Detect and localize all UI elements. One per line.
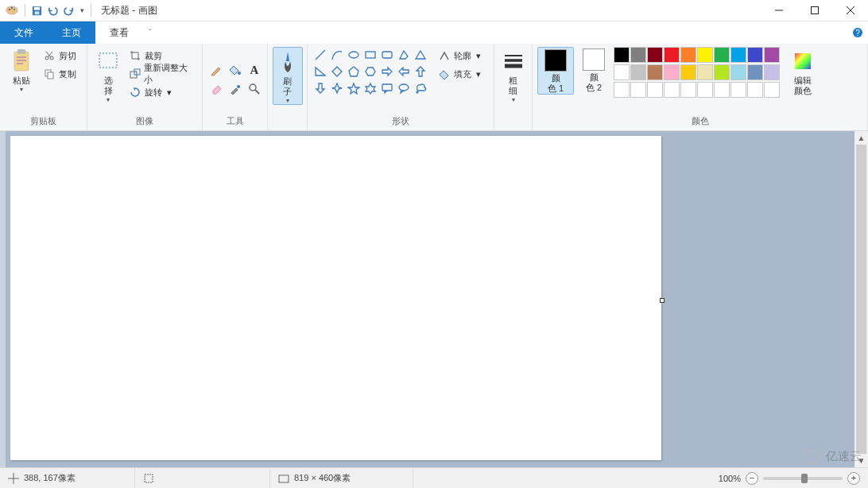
color-swatch[interactable]	[647, 64, 663, 80]
qat-redo-button[interactable]	[60, 2, 76, 18]
qat-customize-arrow[interactable]: ▾	[76, 6, 87, 14]
qat-undo-button[interactable]	[45, 2, 60, 18]
custom-color-slot[interactable]	[714, 82, 730, 98]
size-button[interactable]: 粗 细 ▾	[499, 47, 528, 103]
custom-color-slot[interactable]	[680, 82, 696, 98]
copy-button[interactable]: 复制	[40, 65, 79, 83]
resize-button[interactable]: 重新调整大小	[126, 65, 197, 83]
shape-outline-button[interactable]: 轮廓▾	[435, 47, 484, 64]
shape-curve[interactable]	[329, 47, 345, 63]
color-swatch[interactable]	[680, 47, 696, 63]
color1-button[interactable]: 颜 色 1	[537, 47, 574, 95]
tool-pencil[interactable]	[207, 61, 225, 79]
paste-button[interactable]: 粘贴 ▾	[5, 47, 38, 93]
scroll-up-button[interactable]: ▲	[854, 131, 868, 145]
select-button[interactable]: 选 择 ▾	[92, 47, 124, 103]
color-swatch[interactable]	[614, 47, 630, 63]
shape-line[interactable]	[312, 47, 328, 63]
shape-arrow-right[interactable]	[379, 64, 395, 79]
color-swatch[interactable]	[747, 47, 763, 63]
color-swatch[interactable]	[747, 64, 763, 80]
zoom-in-button[interactable]: +	[847, 472, 860, 485]
tool-eraser[interactable]	[207, 80, 225, 98]
shape-6star[interactable]	[362, 80, 378, 96]
shape-hexagon[interactable]	[362, 64, 378, 79]
shape-pentagon[interactable]	[346, 64, 362, 79]
svg-line-31	[255, 90, 259, 94]
zoom-out-button[interactable]: −	[746, 472, 758, 485]
color-swatch[interactable]	[764, 64, 780, 80]
color-swatch[interactable]	[664, 47, 680, 63]
custom-color-slot[interactable]	[647, 82, 663, 98]
color-swatch[interactable]	[664, 64, 680, 80]
color-swatch[interactable]	[697, 64, 713, 80]
custom-color-slot[interactable]	[697, 82, 713, 98]
color-swatch[interactable]	[647, 47, 663, 63]
zoom-slider-track[interactable]	[763, 477, 843, 480]
shape-roundrect[interactable]	[379, 47, 395, 63]
shape-diamond[interactable]	[329, 64, 345, 79]
ribbon: 粘贴 ▾ 剪切 复制 剪贴板 选 择 ▾	[0, 44, 868, 131]
tab-home[interactable]: 主页	[48, 21, 95, 44]
custom-color-slot[interactable]	[747, 82, 763, 98]
brush-icon	[275, 49, 300, 75]
color-swatch[interactable]	[714, 47, 730, 63]
edit-colors-button[interactable]: 编辑 颜色	[785, 47, 821, 96]
color-swatch[interactable]	[697, 47, 713, 63]
tool-picker[interactable]	[227, 80, 244, 98]
color-swatch[interactable]	[764, 47, 780, 63]
shape-4star[interactable]	[329, 80, 345, 96]
scroll-track[interactable]	[854, 145, 868, 454]
canvas-handle-right[interactable]	[660, 298, 665, 303]
color-swatch[interactable]	[630, 64, 646, 80]
scroll-down-button[interactable]: ▼	[854, 454, 868, 467]
maximize-button[interactable]	[796, 0, 832, 21]
tool-text[interactable]: A	[246, 61, 263, 79]
shape-arrow-up[interactable]	[413, 64, 428, 79]
custom-color-slot[interactable]	[764, 82, 780, 98]
collapse-ribbon-button[interactable]: ˆ	[143, 21, 157, 44]
color-swatch[interactable]	[630, 47, 646, 63]
color-swatch[interactable]	[730, 64, 746, 80]
minimize-button[interactable]	[761, 0, 796, 21]
tab-view[interactable]: 查看	[95, 21, 143, 44]
color-swatch[interactable]	[680, 64, 696, 80]
custom-color-slot[interactable]	[664, 82, 680, 98]
svg-point-28	[238, 72, 241, 75]
shape-callout-rect[interactable]	[379, 80, 395, 96]
shape-triangle[interactable]	[413, 47, 428, 63]
brushes-button[interactable]: 刷 子 ▾	[273, 47, 303, 105]
close-button[interactable]	[832, 0, 868, 21]
tool-magnifier[interactable]	[246, 80, 263, 98]
canvas-scroll-area[interactable]	[6, 131, 854, 467]
color-swatch[interactable]	[730, 47, 746, 63]
color2-button[interactable]: 颜 色 2	[575, 47, 612, 93]
help-button[interactable]: ?	[847, 21, 868, 44]
canvas[interactable]	[10, 136, 661, 460]
color-swatch[interactable]	[714, 64, 730, 80]
shape-polygon[interactable]	[396, 47, 412, 63]
cut-button[interactable]: 剪切	[40, 47, 79, 64]
shape-oval[interactable]	[346, 47, 362, 63]
shape-arrow-left[interactable]	[396, 64, 412, 79]
group-brushes: 刷 子 ▾	[268, 44, 308, 130]
shape-callout-oval[interactable]	[396, 80, 412, 96]
color-swatch[interactable]	[614, 64, 630, 80]
tool-fill[interactable]	[227, 61, 244, 79]
shape-5star[interactable]	[346, 80, 362, 96]
tab-file[interactable]: 文件	[0, 21, 48, 44]
shape-right-triangle[interactable]	[312, 64, 328, 79]
shape-rect[interactable]	[362, 47, 378, 63]
custom-color-slot[interactable]	[630, 82, 646, 98]
scroll-thumb[interactable]	[856, 145, 866, 454]
rotate-button[interactable]: 旋转 ▾	[126, 83, 197, 101]
custom-color-slot[interactable]	[614, 82, 630, 98]
shapes-gallery[interactable]	[312, 47, 428, 96]
vertical-scrollbar[interactable]: ▲ ▼	[854, 131, 868, 467]
custom-color-slot[interactable]	[730, 82, 746, 98]
shape-fill-button[interactable]: 填充▾	[435, 65, 484, 83]
shape-callout-cloud[interactable]	[413, 80, 428, 96]
shape-arrow-down[interactable]	[312, 80, 328, 96]
qat-save-button[interactable]	[29, 2, 45, 18]
zoom-slider-thumb[interactable]	[801, 474, 808, 483]
